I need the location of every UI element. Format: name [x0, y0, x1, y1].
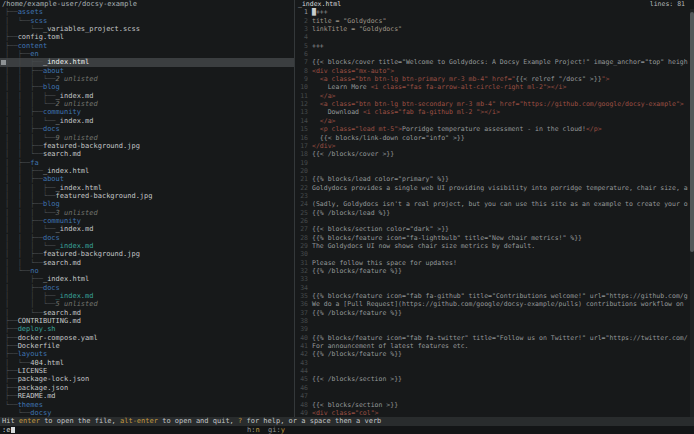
tree-item-package-json[interactable]: ├──package.json — [0, 384, 294, 392]
tree-root-path[interactable]: /home/example-user/docsy-example — [0, 0, 294, 8]
line-number: 20 — [296, 167, 308, 175]
tree-item--index-html[interactable]: │ │ ├──_index.html — [0, 58, 294, 66]
tree-item--index-md[interactable]: │ │ │ └──_index.md — [0, 225, 294, 233]
code-line: 45{{< /blocks/section >}} — [296, 375, 694, 383]
line-text: {{< blocks/section color="dark" >}} — [312, 225, 449, 233]
tree-item-license[interactable]: ├──LICENSE — [0, 367, 294, 375]
tree-guide: ├── — [5, 42, 18, 50]
tree-item-contributing-md[interactable]: ├──CONTRIBUTING.md — [0, 317, 294, 325]
tree-item-docs[interactable]: │ │ ├──docs — [0, 125, 294, 133]
tree-guide: ├── — [5, 334, 18, 342]
tree-item-docs[interactable]: │ │ ├──docs — [0, 234, 294, 242]
tree-item-en[interactable]: │ ├──en — [0, 50, 294, 58]
tree-item-fa[interactable]: │ ├──fa — [0, 159, 294, 167]
tree-item-no[interactable]: │ └──no — [0, 267, 294, 275]
tree-item--variables-project-scss[interactable]: │ └──_variables_project.scss — [0, 25, 294, 33]
tree-item-community[interactable]: │ │ ├──community — [0, 108, 294, 116]
tree-item-layouts[interactable]: ├──layouts — [0, 350, 294, 358]
tree-item-label: about — [43, 175, 64, 183]
command-input-value[interactable]: :e — [2, 426, 10, 434]
tree-item-featured-background-jpg[interactable]: │ │ ├──featured-background.jpg — [0, 142, 294, 150]
preview-scrollbar[interactable] — [690, 9, 694, 417]
tree-guide: │ │ │ └── — [5, 209, 56, 217]
line-number: 41 — [296, 342, 308, 350]
line-text: linkTitle = "Goldydocs" — [312, 25, 402, 33]
tree-item-5-unlisted[interactable]: │ │ └──5 unlisted — [0, 300, 294, 308]
tree-item-label: _index.md — [56, 292, 94, 300]
tree-item-search-md[interactable]: │ │ └──search.md — [0, 150, 294, 158]
tree-item--index-html[interactable]: │ │ ├──_index.html — [0, 167, 294, 175]
tree-item-2-unlisted[interactable]: │ │ │ └──2 unlisted — [0, 75, 294, 83]
tree-item-deploy-sh[interactable]: ├──deploy.sh — [0, 325, 294, 333]
tree-item-label: _index.html — [56, 184, 102, 192]
line-number: 5 — [296, 42, 308, 50]
tree-item-package-lock-json[interactable]: ├──package-lock.json — [0, 375, 294, 383]
tree-item-themes[interactable]: └──themes — [0, 401, 294, 409]
line-text: {{% /blocks/lead %}} — [312, 209, 390, 217]
line-text: {{< blocks/link-down color="info" >}} — [312, 134, 465, 142]
tree-item-blog[interactable]: │ │ ├──blog — [0, 83, 294, 91]
tree-item--index-md[interactable]: │ │ │ ├──_index.md — [0, 92, 294, 100]
line-text: {{% blocks/lead color="primary" %}} — [312, 175, 449, 183]
tree-item-search-md[interactable]: │ │ └──search.md — [0, 259, 294, 267]
line-number: 33 — [296, 275, 308, 283]
line-text: <p class="lead mt-5">Porridge temperatur… — [312, 125, 602, 133]
tree-item-featured-background-jpg[interactable]: │ │ ├──featured-background.jpg — [0, 250, 294, 258]
tree-item-2-unlisted[interactable]: │ │ │ └──2 unlisted — [0, 100, 294, 108]
tree-item-content[interactable]: ├──content — [0, 42, 294, 50]
tree-item-9-unlisted[interactable]: │ │ │ └──9 unlisted — [0, 134, 294, 142]
line-text: Download <i class="fab fa-github ml-2 ">… — [312, 108, 500, 116]
code-line: 33 — [296, 275, 694, 283]
tree-item-search-md[interactable]: │ └──search.md — [0, 309, 294, 317]
tree-item-docker-compose-yaml[interactable]: ├──docker-compose.yaml — [0, 334, 294, 342]
line-number: 44 — [296, 367, 308, 375]
line-text: <div class="mx-auto"> — [312, 67, 394, 75]
line-text: +++ — [312, 42, 324, 50]
tree-item-label: _index.md — [56, 117, 94, 125]
tree-guide: ├── — [5, 325, 18, 333]
code-line: 39 — [296, 325, 694, 333]
tree-item-label: assets — [18, 8, 43, 16]
tree-guide: │ │ └── — [5, 150, 43, 158]
tree-guide: │ │ ├── — [5, 292, 56, 300]
tree-item--index-html[interactable]: │ ├──_index.html — [0, 275, 294, 283]
tree-guide: │ └── — [5, 25, 43, 33]
tree-item-label: en — [30, 50, 38, 58]
tree-item-assets[interactable]: ├──assets — [0, 8, 294, 16]
tree-item-readme-md[interactable]: ├──README.md — [0, 392, 294, 400]
tree-item--index-md[interactable]: │ │ │ └──_index.md — [0, 117, 294, 125]
preview-scrollbar-thumb[interactable] — [690, 12, 694, 252]
code-line: 41For announcement of latest features et… — [296, 342, 694, 350]
tree-item-about[interactable]: │ │ ├──about — [0, 67, 294, 75]
tree-item-3-unlisted[interactable]: │ │ │ └──3 unlisted — [0, 209, 294, 217]
tree-guide: └── — [5, 409, 30, 417]
code-line: 11 </a> — [296, 92, 694, 100]
tree-item--index-md[interactable]: │ │ │ └──_index.md — [0, 242, 294, 250]
line-number: 17 — [296, 142, 308, 150]
code-line: 1█+++ — [296, 8, 694, 16]
tree-item-featured-background-jpg[interactable]: │ │ │ └──featured-background.jpg — [0, 192, 294, 200]
tree-item--index-html[interactable]: │ │ │ ├──_index.html — [0, 184, 294, 192]
tree-guide: │ │ │ └── — [5, 117, 56, 125]
tree-item-docsy[interactable]: └──docsy — [0, 409, 294, 417]
tree-item-docs[interactable]: │ ├──docs — [0, 284, 294, 292]
tree-item-about[interactable]: │ │ ├──about — [0, 175, 294, 183]
tree-item-404-html[interactable]: │ └──404.html — [0, 359, 294, 367]
tree-guide: │ ├── — [5, 284, 43, 292]
tree-item-config-toml[interactable]: ├──config.toml — [0, 33, 294, 41]
tree-item--index-md[interactable]: │ │ ├──_index.md — [0, 292, 294, 300]
command-input-bar[interactable]: :e h:n gi:y — [0, 426, 694, 434]
code-line: 38 — [296, 317, 694, 325]
code-line: 28{{% blocks/feature icon="fa-lightbulb"… — [296, 234, 694, 242]
tree-item-community[interactable]: │ │ ├──community — [0, 217, 294, 225]
preview-header: _index.html lines: 81 — [296, 0, 694, 8]
tree-item-label: search.md — [43, 150, 81, 158]
tree-item-dockerfile[interactable]: ├──Dockerfile — [0, 342, 294, 350]
tree-item-scss[interactable]: │ └──scss — [0, 17, 294, 25]
line-text: {{% blocks/feature icon="fab fa-twitter"… — [312, 334, 688, 342]
tree-item-blog[interactable]: │ │ ├──blog — [0, 200, 294, 208]
code-line: 15 <p class="lead mt-5">Porridge tempera… — [296, 125, 694, 133]
code-line: 6 — [296, 50, 694, 58]
status-text: for help, or a space then a verb — [242, 417, 381, 425]
code-line: 32{{% /blocks/feature %}} — [296, 267, 694, 275]
